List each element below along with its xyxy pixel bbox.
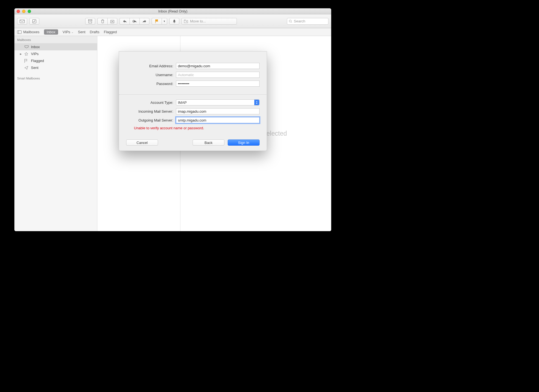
move-to-placeholder: Move to... xyxy=(190,19,206,23)
account-type-select[interactable]: IMAP ▲▼ xyxy=(176,99,260,105)
trash-icon xyxy=(101,19,104,23)
sidebar-item-label: Inbox xyxy=(31,45,40,49)
svg-rect-3 xyxy=(89,20,92,23)
reply-all-icon xyxy=(133,20,137,23)
account-type-value: IMAP xyxy=(178,100,187,105)
compose-icon xyxy=(32,19,36,23)
junk-button[interactable] xyxy=(107,18,117,25)
archive-button[interactable] xyxy=(85,18,95,25)
move-icon xyxy=(184,20,188,23)
sidebar-item-label: Flagged xyxy=(31,59,44,63)
mailboxes-label: Mailboxes xyxy=(23,30,40,34)
label-password: Password: xyxy=(126,82,173,86)
updown-arrows-icon: ▲▼ xyxy=(254,100,259,105)
svg-rect-0 xyxy=(20,20,25,23)
forward-button[interactable] xyxy=(139,18,149,25)
sent-icon xyxy=(24,66,29,70)
chevron-down-icon: ⌄ xyxy=(71,31,74,33)
label-username: Username: xyxy=(126,73,173,77)
reply-group xyxy=(120,18,149,25)
toolbar: ▼ Move to... Search xyxy=(14,14,331,28)
inbox-icon xyxy=(24,45,29,49)
fav-flagged[interactable]: Flagged xyxy=(104,30,117,34)
delete-button[interactable] xyxy=(97,18,107,25)
flag-icon xyxy=(24,59,29,63)
disclosure-triangle-icon[interactable]: ▸ xyxy=(19,52,22,56)
bell-icon xyxy=(173,19,176,23)
sidebar-item-sent[interactable]: Sent xyxy=(14,64,97,71)
reply-button[interactable] xyxy=(120,18,129,25)
label-outgoing: Outgoing Mail Server: xyxy=(126,118,173,122)
sidebar: Mailboxes Inbox ▸ VIPs Flagg xyxy=(14,36,97,231)
sidebar-header-smart: Smart Mailboxes xyxy=(14,74,97,82)
fav-inbox[interactable]: Inbox xyxy=(44,29,58,35)
fav-sent[interactable]: Sent xyxy=(78,30,85,34)
password-field[interactable] xyxy=(176,81,260,87)
titlebar: Inbox (Read Only) xyxy=(14,8,331,14)
back-button[interactable]: Back xyxy=(193,140,224,146)
envelope-icon xyxy=(20,20,25,23)
search-field[interactable]: Search xyxy=(287,18,328,25)
svg-point-7 xyxy=(289,20,291,22)
svg-rect-9 xyxy=(17,30,22,33)
minimize-window-button[interactable] xyxy=(22,10,25,13)
flag-menu-button[interactable]: ▼ xyxy=(162,18,167,25)
account-setup-sheet: Email Address: Username: Password: Accou… xyxy=(119,51,267,151)
junk-icon xyxy=(110,19,114,23)
fav-vips-label: VIPs xyxy=(63,30,70,34)
sidebar-item-vips[interactable]: ▸ VIPs xyxy=(14,50,97,57)
zoom-window-button[interactable] xyxy=(28,10,31,13)
label-incoming: Incoming Mail Server: xyxy=(126,109,173,114)
signin-button[interactable]: Sign In xyxy=(228,140,260,146)
forward-icon xyxy=(142,20,146,23)
username-field[interactable] xyxy=(176,72,260,78)
email-field[interactable] xyxy=(176,63,260,69)
cancel-button[interactable]: Cancel xyxy=(126,140,158,146)
mail-window: Inbox (Read Only) xyxy=(14,8,331,231)
window-title: Inbox (Read Only) xyxy=(158,9,188,13)
close-window-button[interactable] xyxy=(17,10,20,13)
search-placeholder: Search xyxy=(294,19,305,23)
mute-button[interactable] xyxy=(169,18,179,25)
sidebar-item-label: Sent xyxy=(31,66,38,70)
reply-all-button[interactable] xyxy=(129,18,139,25)
label-account-type: Account Type: xyxy=(126,100,173,105)
favorites-bar: Mailboxes Inbox VIPs ⌄ Sent Drafts Flagg… xyxy=(14,28,331,36)
sidebar-item-label: VIPs xyxy=(31,52,38,56)
sidebar-item-inbox[interactable]: Inbox xyxy=(14,43,97,50)
fav-vips[interactable]: VIPs ⌄ xyxy=(63,30,73,34)
reply-icon xyxy=(123,20,127,23)
fav-drafts[interactable]: Drafts xyxy=(90,30,100,34)
chevron-down-icon: ▼ xyxy=(163,20,166,23)
svg-rect-2 xyxy=(89,19,92,20)
sidebar-icon xyxy=(17,30,22,34)
star-icon xyxy=(24,52,29,56)
error-text: Unable to verify account name or passwor… xyxy=(134,126,260,130)
sidebar-header-mailboxes: Mailboxes xyxy=(14,36,97,43)
flag-icon xyxy=(155,19,159,23)
mailboxes-toggle[interactable]: Mailboxes xyxy=(17,30,40,34)
delete-group xyxy=(97,18,117,25)
compose-button[interactable] xyxy=(29,18,39,25)
incoming-server-field[interactable] xyxy=(176,108,260,114)
archive-icon xyxy=(88,19,92,23)
flag-button[interactable] xyxy=(152,18,162,25)
get-mail-button[interactable] xyxy=(17,18,27,25)
move-to-field[interactable]: Move to... xyxy=(182,18,237,25)
svg-line-8 xyxy=(291,22,292,23)
search-icon xyxy=(289,20,292,23)
flag-group: ▼ xyxy=(152,18,167,25)
button-row: Cancel Back Sign In xyxy=(119,140,267,151)
sidebar-item-flagged[interactable]: Flagged xyxy=(14,57,97,64)
traffic-lights xyxy=(17,10,31,13)
outgoing-server-field[interactable] xyxy=(176,117,260,123)
label-email: Email Address: xyxy=(126,64,173,68)
